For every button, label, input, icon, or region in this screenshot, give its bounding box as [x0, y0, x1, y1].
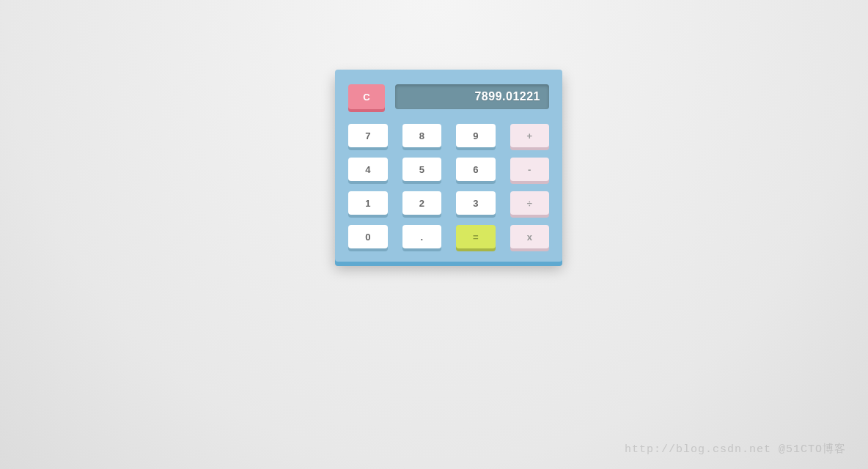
digit-5-button[interactable]: 5	[402, 158, 442, 181]
decimal-button[interactable]: .	[402, 225, 442, 248]
digit-7-button[interactable]: 7	[348, 124, 388, 147]
top-row: C 7899.01221	[348, 84, 549, 109]
digit-9-button[interactable]: 9	[456, 124, 496, 147]
add-button[interactable]: +	[510, 124, 550, 147]
watermark-text: http://blog.csdn.net @51CTO博客	[625, 442, 846, 456]
clear-button[interactable]: C	[348, 84, 385, 109]
subtract-button[interactable]: -	[510, 158, 550, 181]
calculator: C 7899.01221 7 8 9 + 4 5 6 - 1 2 3 ÷ 0 .…	[335, 70, 562, 262]
digit-8-button[interactable]: 8	[402, 124, 442, 147]
digit-2-button[interactable]: 2	[402, 191, 442, 215]
divide-button[interactable]: ÷	[510, 191, 550, 215]
equals-button[interactable]: =	[456, 225, 496, 248]
digit-3-button[interactable]: 3	[456, 191, 496, 215]
multiply-button[interactable]: x	[510, 225, 550, 248]
display-screen: 7899.01221	[395, 84, 549, 109]
keypad: 7 8 9 + 4 5 6 - 1 2 3 ÷ 0 . = x	[348, 124, 549, 248]
digit-0-button[interactable]: 0	[348, 225, 388, 248]
digit-4-button[interactable]: 4	[348, 158, 388, 181]
digit-6-button[interactable]: 6	[456, 158, 496, 181]
digit-1-button[interactable]: 1	[348, 191, 388, 215]
